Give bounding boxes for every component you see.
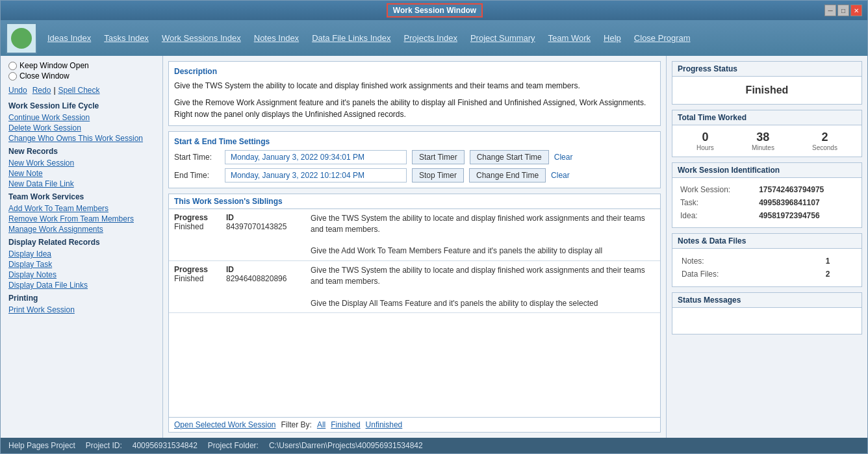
filter-unfinished-link[interactable]: Unfinished [366, 420, 403, 429]
display-idea-link[interactable]: Display Idea [8, 249, 155, 259]
nav-ideas-index[interactable]: Ideas Index [47, 33, 91, 43]
minutes-item: 38 Minutes [752, 131, 774, 151]
team-work-section-title: Team Work Services [8, 192, 155, 201]
end-clear-link[interactable]: Clear [551, 171, 570, 180]
nav-notes-index[interactable]: Notes Index [254, 33, 299, 43]
description-section: Description Give the TWS System the abil… [168, 61, 661, 126]
end-time-value: Monday, January 3, 2022 10:12:04 PM [225, 168, 407, 183]
time-settings-label: Start & End Time Settings [174, 137, 655, 146]
close-button[interactable]: ✕ [850, 5, 862, 16]
notes-files-title: Notes & Data Files [672, 234, 862, 249]
filter-by-label: Filter By: [281, 420, 312, 429]
minutes-label: Minutes [752, 144, 774, 151]
change-end-time-button[interactable]: Change End Time [469, 168, 546, 183]
siblings-header: This Work Session's Siblings [169, 194, 660, 209]
remove-work-team-link[interactable]: Remove Work From Team Members [8, 214, 155, 223]
nav-project-summary[interactable]: Project Summary [470, 33, 535, 43]
new-note-link[interactable]: New Note [8, 169, 155, 178]
description-para1: Give the TWS System the ability to locat… [174, 80, 655, 92]
display-data-files-link[interactable]: Display Data File Links [8, 281, 155, 290]
display-task-link[interactable]: Display Task [8, 260, 155, 269]
start-time-value: Monday, January 3, 2022 09:34:01 PM [225, 150, 407, 164]
work-session-id-row: Work Session: 175742463794975 [678, 183, 856, 196]
new-data-file-link[interactable]: New Data File Link [8, 179, 155, 188]
task-id-row: Task: 49958396841107 [678, 196, 856, 209]
nav-help[interactable]: Help [604, 33, 621, 43]
time-worked-title: Total Time Worked [672, 110, 862, 125]
edit-actions: Undo Redo | Spell Check [8, 86, 155, 95]
work-session-id-value: 175742463794975 [756, 183, 856, 196]
sibling-desc-1: Give the TWS System the ability to locat… [311, 213, 655, 257]
footer-project-folder-label: Project Folder: [208, 441, 259, 450]
data-files-label: Data Files: [679, 268, 822, 280]
description-text: Give the TWS System the ability to locat… [174, 80, 655, 120]
logo-icon [11, 28, 32, 49]
lifecycle-section-title: Work Session Life Cycle [8, 101, 155, 110]
new-records-section-title: New Records [8, 147, 155, 156]
end-time-label: End Time: [174, 171, 220, 180]
notes-table: Notes: 1 Data Files: 2 [678, 254, 856, 281]
start-timer-button[interactable]: Start Timer [412, 150, 465, 164]
task-id-label: Task: [678, 196, 756, 209]
start-clear-link[interactable]: Clear [554, 153, 573, 162]
change-start-time-button[interactable]: Change Start Time [470, 150, 549, 164]
spell-check-link[interactable]: Spell Check [58, 86, 100, 95]
siblings-table-container: Progress Finished ID 84397070143825 Give… [169, 209, 660, 417]
identification-body: Work Session: 175742463794975 Task: 4995… [672, 178, 862, 227]
nav-team-work[interactable]: Team Work [548, 33, 591, 43]
open-selected-link[interactable]: Open Selected Work Session [174, 420, 276, 429]
continue-work-session-link[interactable]: Continue Work Session [8, 113, 155, 122]
close-window-radio[interactable]: Close Window [8, 71, 155, 81]
col-id-header: ID [226, 213, 300, 222]
print-work-session-link[interactable]: Print Work Session [8, 305, 155, 314]
redo-link[interactable]: Redo [32, 86, 51, 95]
change-owner-link[interactable]: Change Who Owns This Work Session [8, 134, 155, 143]
app-logo [6, 23, 37, 54]
status-messages-body [672, 308, 862, 334]
maximize-button[interactable]: □ [837, 5, 849, 16]
identification-title: Work Session Identification [672, 163, 862, 178]
siblings-section: This Work Session's Siblings Progress Fi… [168, 194, 661, 433]
footer-project-id-label: Project ID: [86, 441, 122, 450]
nav-data-file-links-index[interactable]: Data File Links Index [312, 33, 390, 43]
start-time-row: Start Time: Monday, January 3, 2022 09:3… [174, 150, 655, 164]
minimize-button[interactable]: ─ [824, 5, 836, 16]
nav-projects-index[interactable]: Projects Index [404, 33, 457, 43]
printing-section-title: Printing [8, 294, 155, 303]
window-mode-group: Keep Window Open Close Window [8, 61, 155, 81]
right-panel: Progress Status Finished Total Time Work… [666, 56, 867, 438]
table-row[interactable]: Progress Finished ID 82946408820896 Give… [169, 261, 660, 313]
footer-project-name: Help Pages Project [8, 441, 75, 450]
footer: Help Pages Project Project ID: 400956931… [1, 438, 867, 453]
notes-files-section: Notes & Data Files Notes: 1 Data Files: … [672, 233, 862, 287]
stop-timer-button[interactable]: Stop Timer [412, 168, 464, 183]
display-notes-link[interactable]: Display Notes [8, 270, 155, 279]
time-worked-section: Total Time Worked 0 Hours 38 Minutes 2 [672, 110, 862, 157]
hours-item: 0 Hours [696, 131, 714, 151]
filter-all-link[interactable]: All [317, 420, 326, 429]
keep-window-open-radio[interactable]: Keep Window Open [8, 61, 155, 70]
nav-bar: Ideas Index Tasks Index Work Sessions In… [1, 20, 867, 56]
new-work-session-link[interactable]: New Work Session [8, 158, 155, 168]
undo-link[interactable]: Undo [8, 86, 27, 95]
identification-section: Work Session Identification Work Session… [672, 162, 862, 228]
delete-work-session-link[interactable]: Delete Work Session [8, 123, 155, 132]
data-files-count-value: 2 [823, 268, 855, 280]
progress-status-section: Progress Status Finished [672, 61, 862, 105]
status-messages-title: Status Messages [672, 293, 862, 308]
add-work-team-link[interactable]: Add Work To Team Members [8, 204, 155, 213]
description-para2: Give the Remove Work Assignment feature … [174, 97, 655, 120]
seconds-value: 2 [821, 131, 828, 144]
table-row[interactable]: Progress Finished ID 84397070143825 Give… [169, 209, 660, 261]
manage-assignments-link[interactable]: Manage Work Assignments [8, 225, 155, 234]
filter-finished-link[interactable]: Finished [331, 420, 360, 429]
nav-tasks-index[interactable]: Tasks Index [104, 33, 149, 43]
window-controls: ─ □ ✕ [824, 5, 862, 16]
nav-close-program[interactable]: Close Program [634, 33, 691, 43]
start-time-label: Start Time: [174, 153, 220, 162]
display-records-section-title: Display Related Records [8, 238, 155, 247]
nav-work-sessions-index[interactable]: Work Sessions Index [162, 33, 241, 43]
footer-project-id: 400956931534842 [133, 441, 198, 450]
time-worked-grid: 0 Hours 38 Minutes 2 Seconds [678, 131, 856, 151]
sibling-id-1: 84397070143825 [226, 222, 300, 231]
